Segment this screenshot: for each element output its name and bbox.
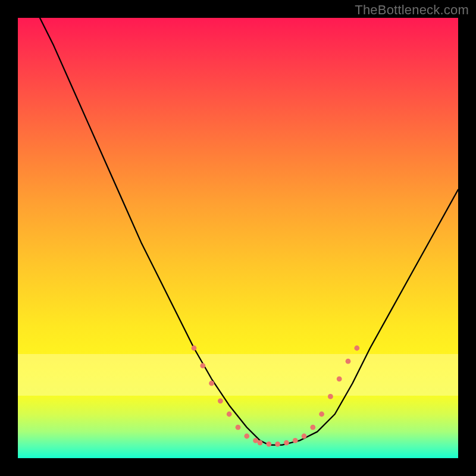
series-dot [337,376,342,381]
series-dot [319,412,324,417]
series-dot [266,441,271,447]
series-dot [200,363,205,368]
series-dot [284,440,289,446]
series-dot [354,346,359,351]
chart-svg [18,18,458,458]
series-dot [328,394,333,399]
series-dot [209,381,214,386]
series-dot [275,441,280,447]
watermark-text: TheBottleneck.com [355,2,469,18]
series-dot [258,440,263,446]
series-group [40,18,458,447]
series-dot [293,438,298,443]
series-dot [218,398,223,403]
series-dot [236,425,241,430]
series-curve [40,18,458,445]
chart-frame [18,18,458,458]
series-dot [244,434,249,439]
series-dot [346,359,351,364]
series-dot [227,412,232,417]
series-dot [192,346,197,351]
series-dot [310,425,315,430]
series-dot [302,434,307,439]
